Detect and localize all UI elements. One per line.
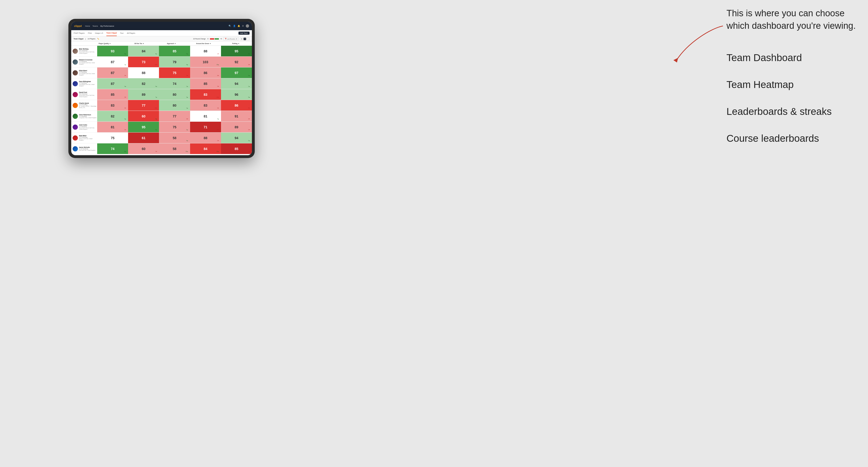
table-row[interactable]: Charlie Quick6-10 HandicapSt. George's H…: [71, 100, 252, 111]
score-cell-putting: 854▼: [221, 144, 252, 154]
team-separator: |: [85, 38, 86, 40]
settings-icon[interactable]: ⚙: [242, 25, 244, 27]
score-cell-putting: 892▼: [221, 122, 252, 132]
player-details: Josh Coles1-5 HandicapRoyal North Devon …: [79, 124, 97, 130]
score-change: 14▼: [155, 107, 157, 109]
player-club: Sunningdale Golf Club, United Kingdom: [79, 62, 97, 65]
table-row[interactable]: Elliot Ebert1-5 HandicapSunningdale Golf…: [71, 67, 252, 78]
score-change: 1▲: [248, 86, 250, 87]
bell-icon[interactable]: 🔔: [238, 25, 240, 27]
score-cell-player-quality: 871▲: [97, 57, 128, 67]
annotation-item-4: Course leaderboards: [726, 132, 863, 146]
score-change: 3▲: [248, 96, 250, 98]
score-cell-approach: 803▲: [159, 89, 190, 100]
search-icon[interactable]: 🔍: [228, 25, 231, 27]
score-value: 87: [111, 60, 115, 64]
score-change: 3▼: [186, 75, 188, 76]
table-row[interactable]: Chris Robertson1-5 HandicapCraigmillar P…: [71, 111, 252, 122]
round-change-area: 20 Round Change -5 +5 📅 Last Rounds: 20 …: [193, 37, 250, 40]
score-cell-player-quality: 833▼: [97, 100, 128, 111]
player-avatar: [73, 135, 78, 141]
score-cell-around-green: 866▼: [190, 67, 221, 78]
sub-nav: PGAT Players PGA Hcaps 1-5 Team Clippd T…: [71, 30, 252, 36]
annotation-item-1: Team Dashboard: [726, 51, 863, 65]
score-cell-approach: 773▼: [159, 111, 190, 121]
score-cell-off-tee: 824▲: [128, 78, 159, 89]
player-name: Matt Miller: [79, 135, 97, 136]
score-cell-off-tee: 7714▼: [128, 100, 159, 111]
annotation-list: Team Dashboard Team Heatmap Leaderboards…: [726, 51, 863, 145]
svg-marker-0: [673, 58, 678, 63]
score-cell-off-tee: 613▼: [128, 132, 159, 143]
score-change: 9▲: [248, 53, 250, 55]
score-change: 3▲: [124, 118, 126, 120]
score-cell-around-green: 882▼: [190, 132, 221, 143]
table-row[interactable]: Matt Miller6-10 HandicapWoburn Golf Club…: [71, 132, 252, 144]
nav-link-teams[interactable]: Teams: [92, 25, 98, 27]
score-change: 1▼: [217, 53, 219, 55]
score-change: 3▼: [186, 118, 188, 120]
player-details: Matt Miller6-10 HandicapWoburn Golf Club…: [79, 135, 97, 141]
player-club: St. George's Hill GC - Weybridge - Surre…: [79, 105, 97, 108]
score-cell-putting: 923▼: [221, 57, 252, 67]
score-change: 5▲: [248, 75, 250, 76]
score-change: 4▲: [186, 140, 188, 141]
score-change: 9▲: [186, 64, 188, 65]
table-row[interactable]: David FordPlus HandicapRoyal North Devon…: [71, 89, 252, 100]
sub-nav-allplayers[interactable]: All Players: [127, 30, 135, 36]
score-value: 85: [111, 93, 115, 96]
sub-nav-hcaps[interactable]: Hcaps 1-5: [95, 30, 103, 36]
table-row[interactable]: Blair McHargPlus HandicapRoyal North Dev…: [71, 46, 252, 57]
grid-view-button[interactable]: ⊞: [240, 37, 243, 40]
score-value: 85: [204, 82, 207, 86]
score-value: 80: [173, 93, 177, 96]
table-row[interactable]: Aaron Nicholls11-15 HandicapDrift Golf C…: [71, 144, 252, 154]
table-row[interactable]: Edward Crossman1-5 HandicapSunningdale G…: [71, 57, 252, 67]
score-value: 103: [203, 60, 208, 64]
nav-link-myperformance[interactable]: My Performance: [100, 25, 114, 27]
score-change: 3▼: [248, 64, 250, 65]
score-cell-off-tee: 88: [128, 67, 159, 78]
score-change: 1▲: [186, 107, 188, 109]
score-value: 84: [142, 49, 146, 53]
sub-nav-teamclippd[interactable]: Team Clippd: [106, 30, 117, 36]
annotation-item-3: Leaderboards & streaks: [726, 105, 863, 119]
last-rounds-button[interactable]: 📅 Last Rounds: 20: [223, 37, 239, 40]
score-value: 94: [235, 136, 239, 140]
player-info: Chris Robertson1-5 HandicapCraigmillar P…: [71, 114, 97, 119]
sub-nav-pgat[interactable]: PGAT Players: [73, 30, 85, 36]
round-change-label: 20 Round Change: [193, 38, 206, 40]
table-row[interactable]: Josh Coles1-5 HandicapRoyal North Devon …: [71, 122, 252, 132]
score-change: 8▼: [248, 107, 250, 109]
score-change: 15▲: [217, 64, 219, 65]
player-info: Matt Miller6-10 HandicapWoburn Golf Club…: [71, 135, 97, 141]
player-name: Dave Billingham: [79, 81, 97, 82]
player-details: Edward Crossman1-5 HandicapSunningdale G…: [79, 59, 97, 65]
chart-view-button[interactable]: ↕: [247, 37, 250, 40]
player-avatar: [73, 103, 78, 108]
player-name: David Ford: [79, 92, 97, 93]
table-view-button[interactable]: ☰: [243, 37, 246, 40]
nav-link-home[interactable]: Home: [85, 25, 90, 27]
score-value: 85: [173, 49, 177, 53]
score-change: 4▲: [217, 118, 219, 120]
score-value: 58: [173, 147, 177, 151]
player-avatar: [73, 114, 78, 119]
player-details: Chris Robertson1-5 HandicapCraigmillar P…: [79, 114, 96, 118]
edit-icon[interactable]: ✏️: [97, 38, 99, 40]
score-cell-putting: 913▼: [221, 111, 252, 121]
score-cell-approach: 752▲: [159, 122, 190, 132]
user-icon[interactable]: 👤: [233, 25, 236, 27]
add-team-button[interactable]: Add Team: [239, 32, 250, 35]
score-value: 81: [204, 115, 207, 118]
sub-nav-pga[interactable]: PGA: [88, 30, 92, 36]
score-cell-player-quality: 853▼: [97, 89, 128, 100]
avatar[interactable]: [246, 24, 249, 28]
score-change: 8▲: [155, 129, 157, 130]
table-row[interactable]: Dave Billingham1-5 HandicapGog Magog Gol…: [71, 78, 252, 89]
player-details: Charlie Quick6-10 HandicapSt. George's H…: [79, 102, 97, 108]
player-club: Craigmillar Park, United Kingdom: [79, 117, 96, 118]
calendar-icon: 📅: [225, 38, 226, 40]
sub-nav-tour[interactable]: Tour: [120, 30, 124, 36]
score-value: 93: [111, 49, 115, 53]
